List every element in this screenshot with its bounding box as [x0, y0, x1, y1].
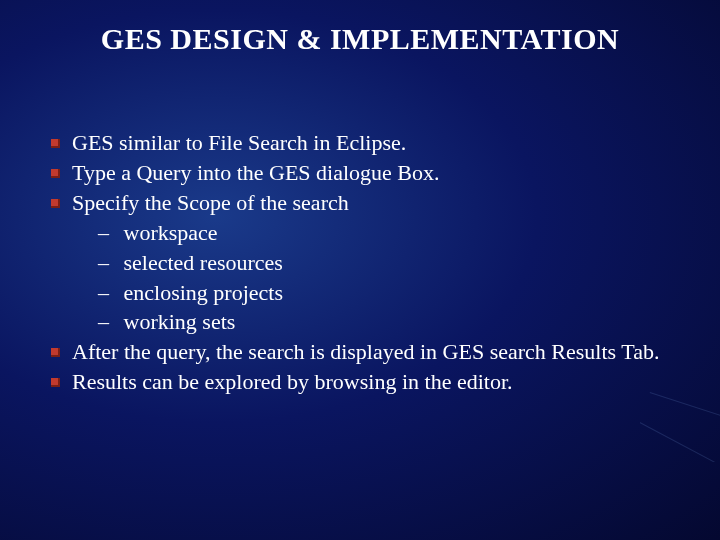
bullet-text: GES similar to File Search in Eclipse. [72, 128, 680, 158]
bullet-icon [51, 169, 60, 178]
bullet-text: After the query, the search is displayed… [72, 337, 680, 367]
list-item: After the query, the search is displayed… [74, 337, 680, 367]
sub-text: working sets [124, 309, 236, 334]
sub-text: enclosing projects [124, 280, 283, 305]
sub-text: workspace [124, 220, 218, 245]
list-item: Type a Query into the GES dialogue Box. [74, 158, 680, 188]
list-item: Results can be explored by browsing in t… [74, 367, 680, 397]
list-item: Specify the Scope of the search [74, 188, 680, 218]
dash-icon: – [98, 248, 118, 278]
dash-icon: – [98, 307, 118, 337]
list-item: GES similar to File Search in Eclipse. [74, 128, 680, 158]
sub-item: – working sets [74, 307, 680, 337]
bullet-icon [51, 348, 60, 357]
sub-item: – enclosing projects [74, 278, 680, 308]
dash-icon: – [98, 218, 118, 248]
sub-item: – workspace [74, 218, 680, 248]
bullet-text: Type a Query into the GES dialogue Box. [72, 158, 680, 188]
sub-text: selected resources [124, 250, 283, 275]
slide-title: GES DESIGN & IMPLEMENTATION [0, 0, 720, 56]
bullet-icon [51, 199, 60, 208]
bullet-icon [51, 378, 60, 387]
bullet-text: Results can be explored by browsing in t… [72, 367, 680, 397]
bullet-text: Specify the Scope of the search [72, 188, 680, 218]
bullet-icon [51, 139, 60, 148]
slide-body: GES similar to File Search in Eclipse. T… [74, 128, 680, 397]
dash-icon: – [98, 278, 118, 308]
sub-item: – selected resources [74, 248, 680, 278]
